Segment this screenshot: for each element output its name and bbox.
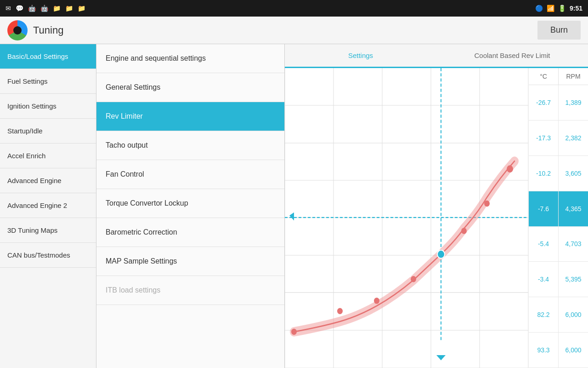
- status-right: 🔵 📶 🔋 9:51: [535, 5, 582, 12]
- tab-settings[interactable]: Settings: [285, 44, 436, 68]
- header-celsius: °C: [529, 68, 559, 85]
- main-layout: Basic/Load Settings Fuel Settings Igniti…: [0, 44, 588, 368]
- sidebar-item-accel[interactable]: Accel Enrich: [0, 144, 96, 168]
- chart-canvas: [285, 68, 528, 368]
- svg-point-18: [337, 308, 343, 314]
- menu-item-itb-load: ITB load settings: [96, 276, 284, 305]
- sidebar-item-3d-tuning[interactable]: 3D Tuning Maps: [0, 218, 96, 243]
- data-row-1[interactable]: -17.3 2,382: [529, 121, 588, 156]
- cell-celsius-6: 82.2: [529, 297, 559, 332]
- tab-coolant-rev[interactable]: Coolant Based Rev Limit: [436, 44, 588, 68]
- cell-celsius-4: -5.4: [529, 227, 559, 262]
- menu-item-torque[interactable]: Torque Convertor Lockup: [96, 189, 284, 218]
- chart-svg: [285, 68, 528, 368]
- folder-icon2: 📁: [65, 5, 73, 12]
- svg-point-17: [291, 329, 297, 335]
- battery-icon: 🔋: [558, 5, 566, 12]
- cell-celsius-7: 93.3: [529, 333, 559, 368]
- folder-icon3: 📁: [78, 5, 85, 12]
- android-icon2: 🤖: [40, 5, 48, 12]
- android-icon1: 🤖: [28, 5, 36, 12]
- sidebar-item-can-bus[interactable]: CAN bus/Testmodes: [0, 243, 96, 268]
- middle-panel: Engine and sequential settings General S…: [96, 44, 285, 368]
- cell-rpm-6: 6,000: [559, 297, 588, 332]
- menu-item-map-sample[interactable]: MAP Sample Settings: [96, 247, 284, 276]
- cell-rpm-0: 1,389: [559, 85, 588, 120]
- burn-button[interactable]: Burn: [537, 21, 581, 40]
- cell-celsius-5: -3.4: [529, 262, 559, 297]
- cell-rpm-3: 4,365: [559, 191, 588, 226]
- svg-marker-16: [289, 213, 294, 221]
- header-rpm: RPM: [559, 68, 588, 85]
- menu-item-rev-limiter[interactable]: Rev Limiter: [96, 102, 284, 131]
- sidebar-item-basic-load[interactable]: Basic/Load Settings: [0, 44, 96, 69]
- svg-point-23: [484, 201, 490, 207]
- menu-item-engine-seq[interactable]: Engine and sequential settings: [96, 44, 284, 73]
- svg-marker-25: [436, 355, 446, 360]
- sidebar-item-fuel[interactable]: Fuel Settings: [0, 69, 96, 94]
- chart-area: °C RPM -26.7 1,389 -17.3 2,382 -10.2 3,6…: [285, 68, 588, 368]
- email-icon: ✉: [6, 5, 11, 12]
- data-row-5[interactable]: -3.4 5,395: [529, 262, 588, 297]
- sidebar-item-startup[interactable]: Startup/Idle: [0, 119, 96, 144]
- svg-point-22: [461, 228, 467, 234]
- sidebar-item-ignition[interactable]: Ignition Settings: [0, 94, 96, 119]
- svg-point-24: [507, 165, 513, 172]
- bluetooth-icon: 🔵: [535, 5, 543, 12]
- app-logo: [7, 20, 28, 40]
- cell-rpm-2: 3,605: [559, 156, 588, 191]
- cell-rpm-4: 4,703: [559, 227, 588, 262]
- sidebar-item-advanced-engine[interactable]: Advanced Engine: [0, 168, 96, 193]
- cell-rpm-7: 6,000: [559, 333, 588, 368]
- top-bar: Tuning Burn: [0, 17, 588, 44]
- data-row-6[interactable]: 82.2 6,000: [529, 297, 588, 333]
- sidebar-item-advanced-engine-2[interactable]: Advanced Engine 2: [0, 193, 96, 218]
- svg-point-19: [374, 298, 379, 304]
- data-row-2[interactable]: -10.2 3,605: [529, 156, 588, 191]
- menu-item-general[interactable]: General Settings: [96, 73, 284, 102]
- cell-rpm-5: 5,395: [559, 262, 588, 297]
- status-bar: ✉ 💬 🤖 🤖 📁 📁 📁 🔵 📶 🔋 9:51: [0, 0, 588, 17]
- right-panel: Settings Coolant Based Rev Limit: [285, 44, 588, 368]
- svg-point-20: [411, 276, 416, 282]
- data-row-4[interactable]: -5.4 4,703: [529, 227, 588, 262]
- menu-item-tacho[interactable]: Tacho output: [96, 131, 284, 160]
- cell-celsius-0: -26.7: [529, 85, 559, 120]
- clock: 9:51: [570, 5, 582, 12]
- data-row-0[interactable]: -26.7 1,389: [529, 85, 588, 121]
- app-title: Tuning: [33, 24, 537, 36]
- sidebar: Basic/Load Settings Fuel Settings Igniti…: [0, 44, 96, 368]
- cell-celsius-2: -10.2: [529, 156, 559, 191]
- cell-rpm-1: 2,382: [559, 121, 588, 155]
- cell-celsius-3: -7.6: [529, 191, 559, 226]
- svg-point-21: [437, 250, 445, 259]
- cell-celsius-1: -17.3: [529, 121, 559, 155]
- data-row-7[interactable]: 93.3 6,000: [529, 333, 588, 368]
- data-column: °C RPM -26.7 1,389 -17.3 2,382 -10.2 3,6…: [528, 68, 588, 368]
- folder-icon1: 📁: [53, 5, 61, 12]
- menu-item-baro[interactable]: Barometric Correction: [96, 218, 284, 247]
- tab-bar: Settings Coolant Based Rev Limit: [285, 44, 588, 68]
- data-header: °C RPM: [529, 68, 588, 85]
- wifi-icon: 📶: [547, 5, 554, 12]
- chat-icon: 💬: [16, 5, 23, 12]
- menu-item-fan-control[interactable]: Fan Control: [96, 160, 284, 189]
- data-row-3[interactable]: -7.6 4,365: [529, 191, 588, 227]
- status-icons: ✉ 💬 🤖 🤖 📁 📁 📁: [6, 5, 85, 12]
